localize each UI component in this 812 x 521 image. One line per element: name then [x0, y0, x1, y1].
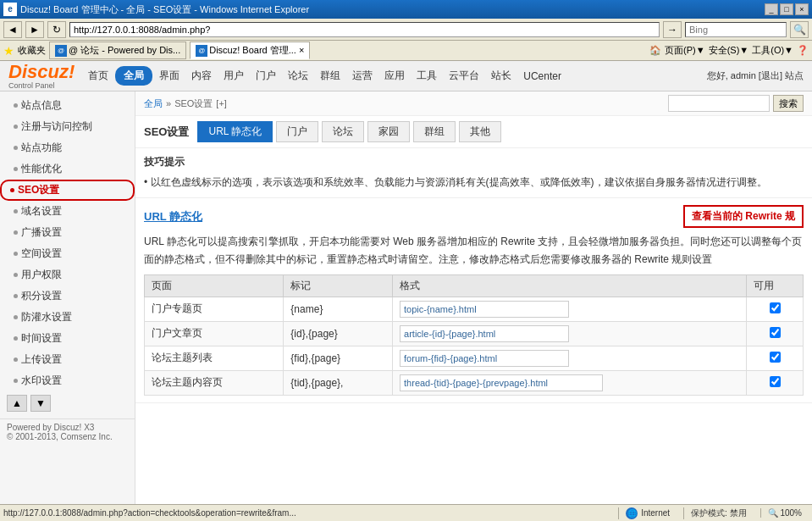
- enabled-checkbox[interactable]: [770, 302, 781, 313]
- nav-ucenter[interactable]: UCenter: [518, 67, 566, 86]
- nav-portal[interactable]: 门户: [251, 65, 281, 86]
- favorites-star-icon: ★: [3, 44, 14, 58]
- page-name: 论坛主题内容页: [145, 370, 284, 395]
- breadcrumb-seo: SEO设置: [174, 97, 213, 110]
- col-enabled: 可用: [747, 274, 804, 297]
- url-section: URL 静态化 查看当前的 Rewrite 规 URL 静态化可以提高搜索引擎抓…: [135, 198, 812, 403]
- sidebar-label: 空间设置: [21, 247, 62, 261]
- ie-search-button[interactable]: 🔍: [790, 21, 809, 38]
- tab-space[interactable]: 家园: [367, 121, 410, 142]
- page-mark: {id},{page}: [284, 321, 393, 346]
- nav-interface[interactable]: 界面: [154, 65, 185, 86]
- copyright: © 2001-2013, Comsenz Inc.: [7, 432, 128, 441]
- rewrite-rules-button[interactable]: 查看当前的 Rewrite 规: [683, 205, 804, 228]
- tab-forum[interactable]: 论坛: [322, 121, 364, 142]
- nav-forum[interactable]: 论坛: [283, 65, 313, 86]
- sidebar-item-register[interactable]: 注册与访问控制: [0, 116, 135, 137]
- sidebar-item-seo[interactable]: SEO设置: [0, 180, 135, 201]
- breadcrumb: 全局 » SEO设置 [+] 搜索: [135, 91, 812, 116]
- refresh-button[interactable]: ↻: [47, 21, 66, 38]
- tab-url-static[interactable]: URL 静态化: [197, 121, 273, 142]
- sidebar-label-seo: SEO设置: [18, 183, 59, 197]
- col-format: 格式: [393, 274, 747, 297]
- sidebar-item-siteinfo[interactable]: 站点信息: [0, 95, 135, 116]
- maximize-button[interactable]: □: [780, 3, 793, 15]
- nav-home[interactable]: 首页: [83, 65, 113, 86]
- fav-admin-icon: @: [196, 45, 207, 57]
- sidebar-dot: [14, 379, 18, 383]
- ie-search-input[interactable]: [685, 22, 787, 37]
- enabled-checkbox[interactable]: [770, 352, 781, 363]
- safety-menu[interactable]: 安全(S)▼: [709, 44, 749, 57]
- home-icon: 🏠: [649, 45, 661, 56]
- tools-menu[interactable]: 工具(O)▼: [752, 44, 793, 57]
- breadcrumb-plus[interactable]: [+]: [216, 98, 227, 108]
- main-content: 全局 » SEO设置 [+] 搜索 SEO设置 URL 静态化 门户 论坛 家园…: [135, 91, 812, 504]
- help-button[interactable]: ❓: [797, 45, 809, 56]
- tab-groups[interactable]: 群组: [413, 121, 456, 142]
- nav-content[interactable]: 内容: [186, 65, 217, 86]
- sidebar-dot: [14, 294, 18, 298]
- breadcrumb-sep: »: [166, 98, 171, 108]
- sidebar-item-time[interactable]: 时间设置: [0, 328, 135, 349]
- sidebar-dot-active: [10, 188, 14, 192]
- format-input[interactable]: [400, 350, 569, 367]
- back-button[interactable]: ◄: [3, 21, 22, 38]
- search-button[interactable]: 搜索: [773, 95, 804, 112]
- sidebar-item-domain[interactable]: 域名设置: [0, 201, 135, 222]
- page-name: 门户文章页: [145, 321, 284, 346]
- format-input[interactable]: [400, 325, 569, 342]
- sidebar-item-permissions[interactable]: 用户权限: [0, 264, 135, 285]
- sidebar-item-space[interactable]: 空间设置: [0, 243, 135, 264]
- nav-global[interactable]: 全局: [115, 66, 152, 86]
- enabled-cell: [747, 297, 804, 321]
- nav-tools[interactable]: 工具: [412, 65, 442, 86]
- sidebar-item-broadcast[interactable]: 广播设置: [0, 222, 135, 243]
- format-input[interactable]: [400, 374, 603, 391]
- fav-item-forum[interactable]: @ @ 论坛 - Powered by Dis...: [49, 42, 186, 59]
- enabled-cell: [747, 370, 804, 395]
- nav-apps[interactable]: 应用: [379, 65, 410, 86]
- scroll-up-button[interactable]: ▲: [7, 395, 27, 412]
- search-input[interactable]: [668, 95, 770, 112]
- fav-item-admin[interactable]: @ Discuz! Board 管理... ×: [190, 42, 310, 59]
- sidebar-item-antispam[interactable]: 防灌水设置: [0, 307, 135, 328]
- page-menu[interactable]: 页面(P)▼: [665, 44, 705, 57]
- address-input[interactable]: [69, 22, 660, 37]
- breadcrumb-global[interactable]: 全局: [144, 97, 163, 110]
- close-button[interactable]: ×: [795, 3, 809, 15]
- sidebar-item-watermark[interactable]: 水印设置: [0, 370, 135, 391]
- enabled-checkbox[interactable]: [770, 376, 781, 387]
- sidebar-dot: [14, 357, 18, 362]
- page-format: [393, 370, 747, 395]
- scroll-down-button[interactable]: ▼: [30, 395, 51, 412]
- sidebar-label: 积分设置: [21, 289, 62, 303]
- tab-portal[interactable]: 门户: [276, 121, 318, 142]
- tab-other[interactable]: 其他: [459, 121, 501, 142]
- nav-groups[interactable]: 群组: [315, 65, 345, 86]
- format-input[interactable]: [400, 301, 569, 318]
- enabled-checkbox[interactable]: [770, 327, 781, 338]
- nav-webmaster[interactable]: 站长: [486, 65, 516, 86]
- sidebar-item-upload[interactable]: 上传设置: [0, 349, 135, 370]
- top-navigation: Discuz! Control Panel 首页 全局 界面 内容 用户 门户 …: [0, 61, 812, 91]
- window-controls: _ □ ×: [765, 3, 809, 15]
- favorites-label[interactable]: 收藏夹: [18, 44, 46, 57]
- sidebar: 站点信息 注册与访问控制 站点功能 性能优化 SEO设置 域名设置: [0, 91, 135, 504]
- go-button[interactable]: →: [663, 21, 682, 38]
- forward-button[interactable]: ►: [25, 21, 44, 38]
- sidebar-item-performance[interactable]: 性能优化: [0, 158, 135, 180]
- sidebar-item-credits[interactable]: 积分设置: [0, 285, 135, 307]
- nav-operations[interactable]: 运营: [347, 65, 378, 86]
- nav-users[interactable]: 用户: [218, 65, 249, 86]
- nav-cloud[interactable]: 云平台: [444, 65, 484, 86]
- logo-area: Discuz! Control Panel: [8, 63, 75, 90]
- sidebar-item-functions[interactable]: 站点功能: [0, 137, 135, 158]
- url-static-title[interactable]: URL 静态化: [144, 209, 202, 224]
- status-security: 保护模式: 禁用: [683, 507, 754, 519]
- content-area: 站点信息 注册与访问控制 站点功能 性能优化 SEO设置 域名设置: [0, 91, 812, 504]
- window-title: Discuz! Board 管理中心 - 全局 - SEO设置 - Window…: [20, 3, 765, 16]
- app-wrapper: Discuz! Control Panel 首页 全局 界面 内容 用户 门户 …: [0, 61, 812, 504]
- minimize-button[interactable]: _: [765, 3, 778, 15]
- tips-section: 技巧提示 • 以红色虚线标示的选项，表示该选项和系统效率、负载能力与资源消耗有关…: [135, 148, 812, 198]
